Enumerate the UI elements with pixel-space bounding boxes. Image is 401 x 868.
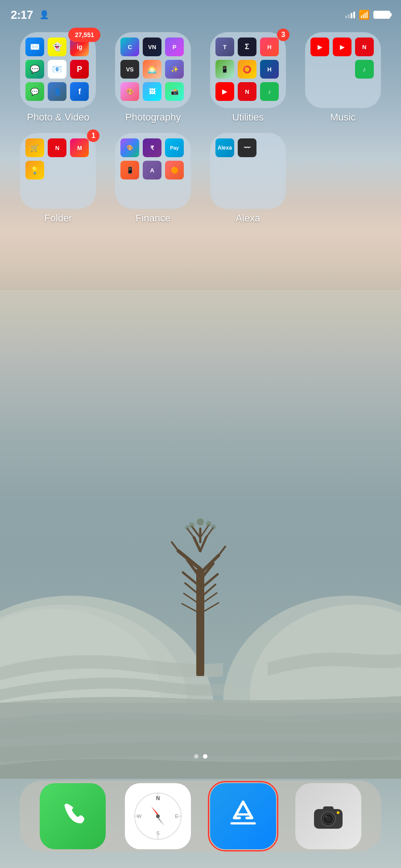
dock-phone[interactable] bbox=[40, 783, 106, 849]
folder-utilities[interactable]: 3 T Σ H 📱 ⭕ H ▶ N ♪ Utilities bbox=[203, 32, 294, 123]
folder-finance-icon[interactable]: 🎨 ₹ Pay 📱 A 🟠 bbox=[115, 133, 191, 209]
app-fin1[interactable]: 📱 bbox=[120, 161, 139, 179]
app-photo4[interactable]: 🎨 bbox=[120, 82, 139, 101]
folder-finance[interactable]: 🎨 ₹ Pay 📱 A 🟠 Finance bbox=[107, 133, 199, 224]
folder-finance-label: Finance bbox=[136, 213, 170, 224]
signal-bar-3 bbox=[351, 13, 352, 18]
app-paytm[interactable]: Pay bbox=[165, 138, 184, 157]
app-spotify[interactable]: ♪ bbox=[260, 82, 279, 101]
app-al-e7 bbox=[260, 183, 279, 202]
signal-bar-4 bbox=[353, 12, 355, 18]
app-fin2[interactable]: A bbox=[143, 161, 161, 179]
app-fin-e3 bbox=[165, 183, 184, 202]
app-sigma[interactable]: Σ bbox=[238, 38, 256, 56]
app-netflix[interactable]: N bbox=[238, 82, 256, 101]
status-left: 2:17 👤 bbox=[11, 8, 49, 22]
page-dot-1[interactable] bbox=[194, 754, 198, 759]
app-messages[interactable]: 💬 bbox=[25, 82, 44, 101]
dock-camera[interactable] bbox=[295, 783, 361, 849]
app-photo3[interactable]: ✨ bbox=[165, 60, 184, 79]
phone-icon bbox=[57, 800, 89, 832]
app-vsco[interactable]: VS bbox=[120, 60, 139, 79]
app-picsart[interactable]: P bbox=[165, 38, 184, 56]
folder-photo-video-icon[interactable]: 27,551 ✉️ 👻 ig 💬 📧 P 💬 👤 f bbox=[20, 32, 96, 108]
app-photo2[interactable]: 🌅 bbox=[143, 60, 161, 79]
svg-point-29 bbox=[189, 522, 194, 528]
folder-photography-label: Photography bbox=[125, 112, 181, 123]
app-youtube[interactable]: ▶ bbox=[215, 82, 234, 101]
status-right: 📶 bbox=[345, 9, 390, 20]
folder-photo-video-label: Photo & Video bbox=[27, 112, 89, 123]
svg-point-31 bbox=[185, 526, 190, 530]
folder-alexa-icon[interactable]: Alexa 〰 bbox=[210, 133, 286, 209]
app-f-empty3 bbox=[25, 183, 44, 202]
app-teams[interactable]: T bbox=[215, 38, 234, 56]
app-ytred[interactable]: ▶ bbox=[333, 38, 351, 56]
app-alexa2[interactable]: 〰 bbox=[238, 138, 256, 157]
folder-alexa[interactable]: Alexa 〰 Alexa bbox=[203, 133, 294, 224]
folder-alexa-label: Alexa bbox=[236, 213, 260, 224]
app-mail[interactable]: ✉️ bbox=[25, 38, 44, 56]
folder-music[interactable]: ▶ ▶ N ♪ Music bbox=[297, 32, 389, 123]
folder-utilities-icon[interactable]: 3 T Σ H 📱 ⭕ H ▶ N ♪ bbox=[210, 32, 286, 108]
folder-music-icon[interactable]: ▶ ▶ N ♪ bbox=[305, 32, 381, 108]
svg-point-45 bbox=[156, 814, 160, 818]
person-icon: 👤 bbox=[39, 10, 49, 20]
app-n[interactable]: N bbox=[48, 138, 66, 157]
app-alexa[interactable]: Alexa bbox=[215, 138, 234, 157]
app-util3[interactable]: H bbox=[260, 38, 279, 56]
app-al-e6 bbox=[238, 183, 256, 202]
app-colorful[interactable]: 🎨 bbox=[120, 138, 139, 157]
app-vn[interactable]: VN bbox=[143, 38, 161, 56]
app-al-e2 bbox=[215, 161, 234, 179]
app-ytmusic[interactable]: ▶ bbox=[310, 38, 329, 56]
folder-misc-label: Folder bbox=[44, 213, 72, 224]
app-gmail[interactable]: 📧 bbox=[48, 60, 66, 79]
app-f-empty5 bbox=[70, 183, 89, 202]
app-extra1[interactable]: 👤 bbox=[48, 82, 66, 101]
app-fin-e1 bbox=[120, 183, 139, 202]
app-bulb[interactable]: 💡 bbox=[25, 161, 44, 179]
safari-icon: N S E W bbox=[131, 789, 185, 843]
app-snapchat[interactable]: 👻 bbox=[48, 38, 66, 56]
folder-misc-icon[interactable]: 1 🛒 N M 💡 bbox=[20, 133, 96, 209]
svg-line-20 bbox=[187, 529, 194, 538]
app-util5[interactable]: ⭕ bbox=[238, 60, 256, 79]
app-al-e1 bbox=[260, 138, 279, 157]
folder-utilities-label: Utilities bbox=[232, 112, 264, 123]
app-nf2[interactable]: N bbox=[355, 38, 374, 56]
app-photo6[interactable]: 📸 bbox=[165, 82, 184, 101]
badge-photo-video: 27,551 bbox=[68, 28, 100, 42]
app-f-empty2 bbox=[70, 161, 89, 179]
app-fin3[interactable]: 🟠 bbox=[165, 161, 184, 179]
dock-appstore[interactable] bbox=[210, 783, 276, 849]
folder-photography-icon[interactable]: C VN P VS 🌅 ✨ 🎨 🖼 📸 bbox=[115, 32, 191, 108]
signal-bars bbox=[345, 11, 355, 18]
svg-rect-53 bbox=[323, 806, 334, 811]
app-facebook[interactable]: f bbox=[70, 82, 89, 101]
app-whatsapp[interactable]: 💬 bbox=[25, 60, 44, 79]
app-canva[interactable]: C bbox=[120, 38, 139, 56]
app-spotify2[interactable]: ♪ bbox=[355, 60, 374, 79]
app-pinterest[interactable]: P bbox=[70, 60, 89, 79]
app-shop[interactable]: 🛒 bbox=[25, 138, 44, 157]
folder-photography[interactable]: C VN P VS 🌅 ✨ 🎨 🖼 📸 Photography bbox=[107, 32, 199, 123]
svg-line-23 bbox=[219, 547, 225, 555]
dock-safari[interactable]: N S E W bbox=[125, 783, 191, 849]
app-util4[interactable]: 📱 bbox=[215, 60, 234, 79]
app-f-empty1 bbox=[48, 161, 66, 179]
wifi-icon: 📶 bbox=[359, 9, 370, 20]
app-empty1 bbox=[310, 60, 329, 79]
app-photo5[interactable]: 🖼 bbox=[143, 82, 161, 101]
battery-icon bbox=[373, 11, 390, 19]
folder-music-label: Music bbox=[330, 112, 356, 123]
svg-line-7 bbox=[178, 551, 200, 569]
page-dot-2[interactable] bbox=[203, 754, 207, 759]
app-m[interactable]: M bbox=[70, 138, 89, 157]
folder-misc[interactable]: 1 🛒 N M 💡 Folder bbox=[12, 133, 104, 224]
app-util6[interactable]: H bbox=[260, 60, 279, 79]
app-grid-row1: 27,551 ✉️ 👻 ig 💬 📧 P 💬 👤 f Photo & Video… bbox=[12, 32, 389, 123]
folder-photo-video[interactable]: 27,551 ✉️ 👻 ig 💬 📧 P 💬 👤 f Photo & Video bbox=[12, 32, 104, 123]
app-phonepe[interactable]: ₹ bbox=[143, 138, 161, 157]
svg-text:W: W bbox=[137, 814, 142, 819]
